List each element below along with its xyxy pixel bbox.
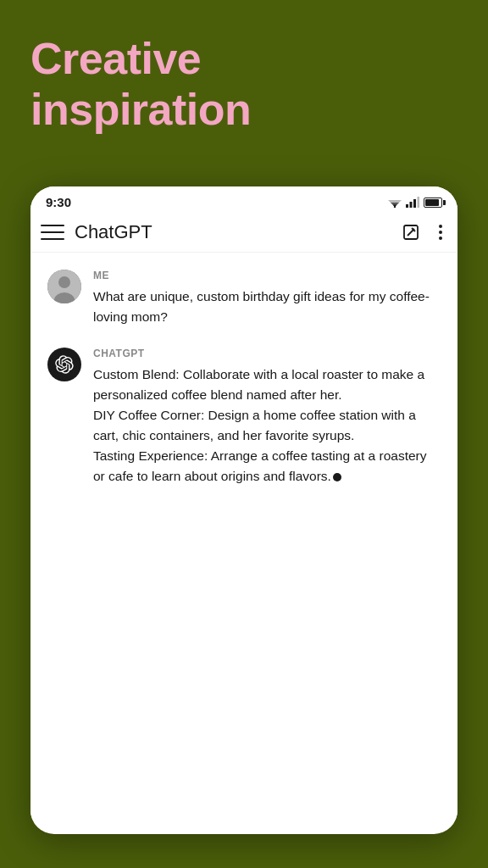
hero-title: Creative inspiration <box>30 34 251 136</box>
assistant-text-line2: DIY Coffee Corner: Design a home coffee … <box>93 408 416 442</box>
svg-rect-7 <box>418 197 420 208</box>
user-message-content: ME What are unique, custom birthday gift… <box>93 270 441 327</box>
user-message-text: What are unique, custom birthday gift id… <box>93 287 441 327</box>
svg-point-12 <box>58 276 70 288</box>
chat-area[interactable]: ME What are unique, custom birthday gift… <box>30 253 458 819</box>
hamburger-menu-icon[interactable] <box>41 222 64 242</box>
svg-rect-6 <box>413 199 416 208</box>
status-bar: 9:30 <box>30 186 458 213</box>
status-time: 9:30 <box>46 195 71 209</box>
assistant-message-content: CHATGPT Custom Blend: Collaborate with a… <box>93 348 441 487</box>
assistant-message-text: Custom Blend: Collaborate with a local r… <box>93 364 441 487</box>
chatgpt-avatar <box>47 348 81 381</box>
user-sender-label: ME <box>93 270 441 281</box>
assistant-text-line3: Tasting Experience: Arrange a coffee tas… <box>93 448 426 483</box>
assistant-sender-label: CHATGPT <box>93 348 441 359</box>
assistant-text-line1: Custom Blend: Collaborate with a local r… <box>93 367 424 402</box>
wifi-icon <box>388 197 402 208</box>
assistant-message-block: CHATGPT Custom Blend: Collaborate with a… <box>47 348 441 487</box>
signal-icon <box>406 197 419 208</box>
app-header: ChatGPT <box>30 213 458 253</box>
more-options-icon[interactable] <box>437 223 444 242</box>
battery-icon <box>424 198 442 208</box>
user-avatar <box>47 270 81 303</box>
svg-rect-5 <box>410 202 413 208</box>
hero-title-line2: inspiration <box>30 85 251 134</box>
user-message-block: ME What are unique, custom birthday gift… <box>47 270 441 327</box>
svg-rect-4 <box>406 204 408 208</box>
phone-mockup: 9:30 <box>30 186 458 834</box>
cursor-dot <box>333 473 341 481</box>
hero-title-line1: Creative <box>30 34 201 83</box>
app-title: ChatGPT <box>75 221 402 243</box>
compose-icon[interactable] <box>402 223 420 242</box>
header-actions <box>402 223 444 242</box>
status-icons <box>388 197 442 208</box>
